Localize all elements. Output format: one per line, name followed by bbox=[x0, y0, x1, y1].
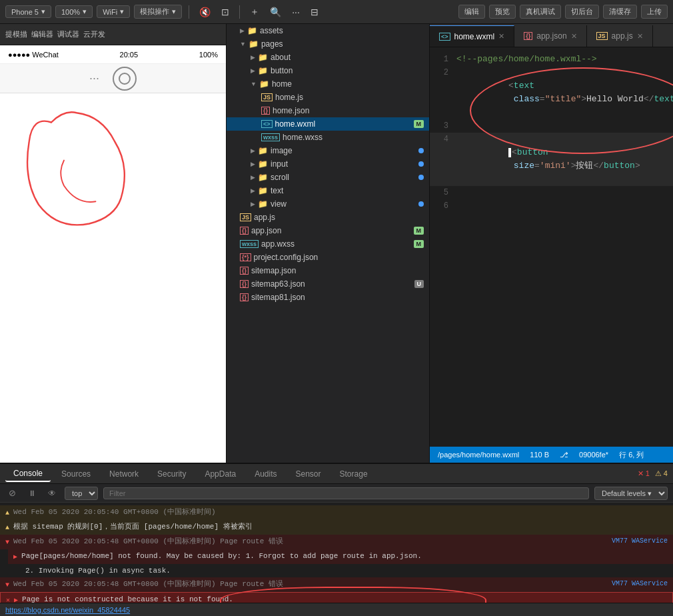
file-tree-text-label: text bbox=[271, 186, 283, 195]
console-line-1: ▲ Wed Feb 05 2020 20:05:40 GMT+0800 (中国标… bbox=[0, 505, 673, 520]
console-text-error1d: Page[pages/home/home] not found. May be … bbox=[21, 551, 668, 561]
status-position: 行 6, 列 bbox=[619, 450, 644, 460]
tab-close-appjs[interactable]: ✕ bbox=[637, 32, 643, 41]
tab-sensor[interactable]: Sensor bbox=[288, 467, 329, 481]
fullscreen-btn[interactable]: ⊡ bbox=[218, 5, 233, 19]
add-btn[interactable]: ＋ bbox=[247, 5, 263, 19]
background-btn[interactable]: 切后台 bbox=[565, 5, 599, 19]
console-line-error1: ▼ Wed Feb 05 2020 20:05:48 GMT+0800 (中国标… bbox=[0, 535, 673, 549]
preview-btn[interactable]: 预览 bbox=[489, 5, 516, 19]
tab-storage[interactable]: Storage bbox=[332, 467, 376, 481]
split-btn[interactable]: ⊟ bbox=[307, 5, 322, 19]
console-line-sitemap: ▲ 根据 sitemap 的规则[0]，当前页面 [pages/home/hom… bbox=[0, 520, 673, 535]
phone-toolbar: 提模描 编辑器 调试器 云开发 bbox=[0, 24, 226, 45]
tab-appdata[interactable]: AppData bbox=[197, 467, 244, 481]
bottom-url[interactable]: https://blog.csdn.net/weixin_45824445 bbox=[5, 606, 130, 614]
console-source-1: VM77 WAService bbox=[612, 536, 668, 547]
file-tree-projectconfig-label: project.config.json bbox=[254, 253, 319, 262]
file-tree-scroll[interactable]: ▶ 📁 scroll bbox=[227, 171, 429, 184]
chevron-right-icon-input: ▶ bbox=[251, 161, 255, 167]
console-clear-btn[interactable]: ⊘ bbox=[5, 487, 19, 499]
file-tree-home-wxss[interactable]: wxss home.wxss bbox=[227, 131, 429, 144]
file-tree-sitemap[interactable]: {} sitemap.json bbox=[227, 264, 429, 277]
top-toolbar: Phone 5 ▾ 100% ▾ WiFi ▾ 模拟操作 ▾ 🔇 ⊡ ＋ 🔍 ·… bbox=[0, 0, 673, 24]
file-tree-view[interactable]: ▶ 📁 view bbox=[227, 197, 429, 211]
tab-network[interactable]: Network bbox=[101, 467, 147, 481]
file-tree-assets[interactable]: ▶ 📁 assets bbox=[227, 24, 429, 37]
console-text-error-highlight: Page is not constructed because it is no… bbox=[22, 594, 667, 603]
console-text-sitemap: 根据 sitemap 的规则[0]，当前页面 [pages/home/home]… bbox=[13, 521, 668, 532]
network-selector[interactable]: WiFi ▾ bbox=[97, 5, 130, 18]
sound-toggle[interactable]: 🔇 bbox=[196, 5, 214, 19]
tab-close-btn[interactable]: ✕ bbox=[498, 32, 504, 41]
file-tree-sitemap81[interactable]: {} sitemap81.json bbox=[227, 291, 429, 304]
levels-selector[interactable]: Default levels ▾ bbox=[594, 487, 668, 500]
edit-btn[interactable]: 编辑 bbox=[458, 5, 485, 19]
badge-dot-view bbox=[418, 201, 424, 207]
tab-sources[interactable]: Sources bbox=[53, 467, 99, 481]
file-tree-image[interactable]: ▶ 📁 image bbox=[227, 144, 429, 157]
phone-status-bar: ●●●●● WeChat 20:05 100% bbox=[0, 45, 226, 64]
console-line-error1-detail: ▶ Page[pages/home/home] not found. May b… bbox=[8, 549, 673, 564]
console-content[interactable]: ▲ Wed Feb 05 2020 20:05:40 GMT+0800 (中国标… bbox=[0, 503, 673, 603]
file-tree-home[interactable]: ▼ 📁 home bbox=[227, 77, 429, 91]
file-tree-sitemap63[interactable]: {} sitemap63.json U bbox=[227, 277, 429, 291]
phone-menu-icon[interactable]: ··· bbox=[89, 71, 99, 85]
device-selector[interactable]: Phone 5 ▾ bbox=[5, 5, 51, 18]
file-tree-home-wxml[interactable]: <> home.wxml M bbox=[227, 117, 429, 131]
tab-security[interactable]: Security bbox=[149, 467, 194, 481]
file-tree-appwxss-label: app.wxss bbox=[261, 239, 295, 249]
chevron-right-icon-text: ▶ bbox=[251, 187, 255, 194]
phone-home-btn[interactable] bbox=[113, 67, 137, 91]
tab-audits[interactable]: Audits bbox=[247, 467, 285, 481]
file-tree-input[interactable]: ▶ 📁 input bbox=[227, 157, 429, 171]
tab-close-appjson[interactable]: ✕ bbox=[571, 32, 577, 41]
file-tree-appjs[interactable]: JS app.js bbox=[227, 211, 429, 224]
more-btn[interactable]: ··· bbox=[289, 5, 303, 19]
file-tree-assets-label: assets bbox=[260, 26, 283, 35]
bottom-url-bar: https://blog.csdn.net/weixin_45824445 bbox=[0, 603, 673, 616]
chevron-right-icon-view: ▶ bbox=[251, 201, 255, 207]
file-tree-home-json[interactable]: {} home.json bbox=[227, 104, 429, 117]
tab-app-json[interactable]: {} app.json ✕ bbox=[514, 25, 586, 47]
error-count-badge: ✕ 1 bbox=[638, 469, 650, 478]
file-tree-homejson-label: home.json bbox=[273, 106, 309, 115]
warn-count-badge: ⚠ 4 bbox=[655, 469, 668, 478]
file-tree-about-label: about bbox=[271, 53, 291, 62]
file-tree-about[interactable]: ▶ 📁 about bbox=[227, 51, 429, 64]
editor-content[interactable]: 1 <!--pages/home/home.wxml--> 2 <text cl… bbox=[430, 47, 673, 447]
file-tree-home-js[interactable]: JS home.js bbox=[227, 91, 429, 104]
file-tree-pages[interactable]: ▼ 📁 pages bbox=[227, 37, 429, 51]
folder-icon-scroll: 📁 bbox=[258, 173, 268, 182]
clear-cache-btn[interactable]: 清缓存 bbox=[603, 5, 637, 19]
chevron-right-icon-image: ▶ bbox=[251, 147, 255, 154]
json-icon-sitemap: {} bbox=[240, 267, 249, 275]
file-tree-appwxss[interactable]: wxss app.wxss M bbox=[227, 237, 429, 251]
real-debug-btn[interactable]: 真机调试 bbox=[520, 5, 561, 19]
file-tree-sitemap81-label: sitemap81.json bbox=[251, 293, 305, 302]
search-btn[interactable]: 🔍 bbox=[267, 5, 285, 19]
file-tree-appjson[interactable]: {} app.json M bbox=[227, 224, 429, 237]
file-tree-text[interactable]: ▶ 📁 text bbox=[227, 184, 429, 197]
tab-console[interactable]: Console bbox=[5, 466, 51, 482]
console-filter-input[interactable] bbox=[103, 487, 589, 499]
red-drawing bbox=[13, 100, 140, 233]
error-icon-highlight: ✕ bbox=[6, 595, 10, 603]
upload-btn[interactable]: 上传 bbox=[641, 5, 668, 19]
console-eye-btn[interactable]: 👁 bbox=[45, 487, 59, 499]
file-tree-projectconfig[interactable]: {*} project.config.json bbox=[227, 251, 429, 264]
console-pause-btn[interactable]: ⏸ bbox=[25, 487, 39, 499]
zoom-selector[interactable]: 100% ▾ bbox=[55, 5, 93, 18]
tab-homewxml-label: home.wxml bbox=[454, 32, 495, 41]
folder-icon-input: 📁 bbox=[258, 159, 268, 169]
folder-icon-text: 📁 bbox=[258, 186, 268, 195]
tab-home-wxml[interactable]: <> home.wxml ✕ bbox=[430, 25, 514, 47]
file-tree-homewxss-label: home.wxss bbox=[283, 133, 323, 142]
console-line-error-highlight: ✕ ▶ Page is not constructed because it i… bbox=[0, 592, 673, 603]
code-content-1: <!--pages/home/home.wxml--> bbox=[456, 53, 673, 66]
top-selector[interactable]: top bbox=[65, 487, 98, 500]
mode-selector[interactable]: 模拟操作 ▾ bbox=[134, 5, 182, 19]
tab-app-js[interactable]: JS app.js ✕ bbox=[587, 25, 653, 47]
file-tree-button[interactable]: ▶ 📁 button bbox=[227, 64, 429, 77]
file-tree-pages-label: pages bbox=[261, 39, 283, 49]
